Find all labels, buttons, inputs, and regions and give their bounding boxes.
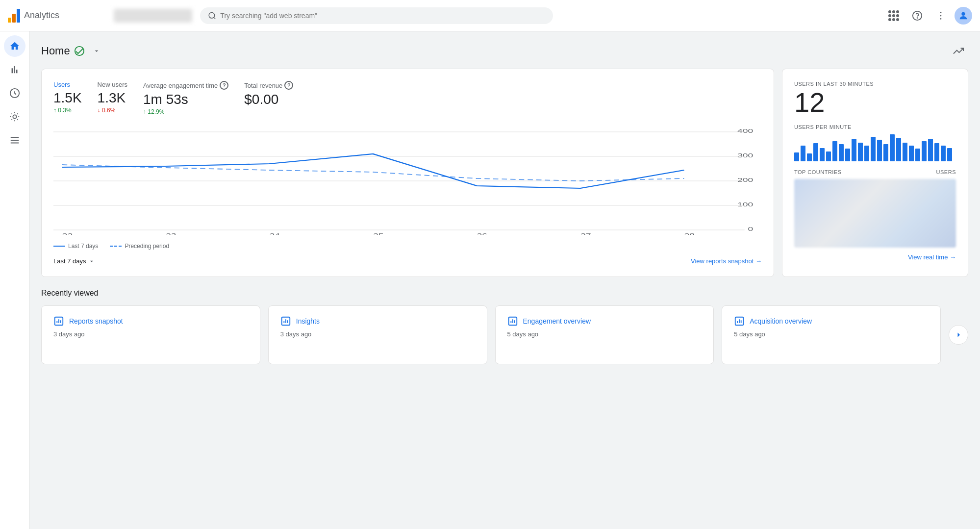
realtime-bar [928, 139, 933, 161]
avatar[interactable] [955, 7, 972, 25]
search-bar[interactable] [200, 7, 553, 24]
sidebar-item-home[interactable] [4, 35, 25, 57]
top-countries-label: TOP COUNTRIES [794, 169, 842, 175]
trend-button[interactable] [949, 41, 968, 61]
new-users-label: New users [98, 81, 127, 88]
trending-icon [953, 46, 964, 56]
recent-card-header-3: Acquisition overview [734, 316, 929, 327]
logo-icon [8, 9, 20, 23]
stat-new-users: New users 1.3K ↓ 0.6% [98, 81, 127, 115]
next-button[interactable] [949, 325, 968, 345]
recent-card-time-0: 3 days ago [53, 330, 248, 338]
recent-card-title-3: Acquisition overview [750, 317, 812, 325]
main-chart: 400 300 200 100 0 22 [53, 127, 762, 235]
svg-text:28: 28 [684, 232, 695, 235]
search-icon [208, 11, 216, 20]
svg-point-5 [940, 18, 942, 20]
recent-card-3[interactable]: Acquisition overview 5 days ago [722, 305, 941, 364]
logo-bar-2 [12, 14, 16, 23]
svg-text:200: 200 [737, 177, 754, 183]
sidebar [0, 31, 29, 529]
svg-text:27: 27 [580, 232, 591, 235]
main-content: Home Users [29, 31, 980, 529]
new-users-change: ↓ 0.6% [98, 107, 127, 114]
realtime-count: 12 [794, 89, 956, 116]
apps-button[interactable] [884, 6, 904, 25]
users-label: Users [53, 81, 82, 88]
app-title: Analytics [24, 10, 59, 21]
revenue-info-icon[interactable]: ? [284, 81, 293, 90]
header-actions [949, 41, 968, 61]
help-button[interactable] [907, 6, 927, 25]
recent-card-title-2: Engagement overview [523, 317, 591, 325]
svg-point-3 [940, 12, 942, 13]
realtime-bar [858, 143, 863, 162]
logo-bar-1 [8, 18, 11, 23]
realtime-bar [813, 143, 818, 161]
more-vert-icon [935, 10, 946, 21]
svg-text:25: 25 [373, 232, 384, 235]
sidebar-item-explore[interactable] [4, 82, 25, 104]
recently-viewed-cards: Reports snapshot 3 days ago Insights 3 d… [41, 305, 968, 364]
recently-viewed-title: Recently viewed [41, 289, 968, 298]
recent-card-time-3: 5 days ago [734, 330, 929, 338]
users-change: ↑ 0.3% [53, 107, 82, 114]
svg-point-0 [209, 12, 215, 18]
list-icon [9, 135, 20, 146]
realtime-bar [832, 141, 837, 161]
users-value: 1.5K [53, 90, 82, 106]
bar-chart-icon [9, 64, 20, 75]
home-dropdown-button[interactable] [89, 43, 104, 59]
recent-card-2[interactable]: Engagement overview 5 days ago [495, 305, 714, 364]
recent-card-0[interactable]: Reports snapshot 3 days ago [41, 305, 260, 364]
countries-map [794, 179, 956, 248]
recent-card-header-1: Insights [280, 316, 475, 327]
sidebar-item-advertising[interactable] [4, 106, 25, 127]
realtime-bar [877, 140, 882, 161]
svg-text:26: 26 [477, 232, 487, 235]
svg-point-8 [13, 115, 16, 118]
legend-solid: Last 7 days [53, 243, 98, 250]
realtime-bar [934, 143, 939, 161]
cards-row: Users 1.5K ↑ 0.3% New users 1.3K ↓ 0.6% … [41, 69, 968, 277]
svg-text:24: 24 [270, 232, 280, 235]
svg-text:300: 300 [737, 152, 754, 158]
topbar: Analytics [0, 0, 980, 31]
recent-card-icon-0 [53, 316, 64, 327]
svg-text:23: 23 [166, 232, 176, 235]
svg-point-4 [940, 15, 942, 16]
view-realtime-link[interactable]: View real time → [908, 253, 956, 261]
search-input[interactable] [220, 12, 545, 20]
realtime-bar [922, 141, 927, 161]
explore-icon [9, 88, 20, 99]
recent-card-icon-2 [507, 316, 518, 327]
svg-text:400: 400 [737, 128, 754, 134]
sidebar-item-configure[interactable] [4, 129, 25, 151]
realtime-bar [864, 146, 869, 161]
realtime-bar [871, 137, 876, 161]
recent-card-1[interactable]: Insights 3 days ago [268, 305, 487, 364]
account-selector[interactable] [114, 9, 192, 23]
stat-users: Users 1.5K ↑ 0.3% [53, 81, 82, 115]
realtime-bar [896, 138, 901, 161]
more-button[interactable] [931, 6, 951, 25]
realtime-bar [845, 149, 850, 161]
engagement-label: Average engagement time ? [143, 81, 228, 90]
engagement-info-icon[interactable]: ? [220, 81, 228, 90]
sidebar-item-reports[interactable] [4, 59, 25, 80]
realtime-bar [941, 146, 946, 161]
legend-dashed-line [110, 246, 122, 247]
period-selector[interactable]: Last 7 days [53, 257, 95, 265]
realtime-per-minute-label: USERS PER MINUTE [794, 124, 956, 130]
chart-legend: Last 7 days Preceding period [53, 243, 762, 250]
realtime-bar [820, 148, 825, 162]
view-reports-link[interactable]: View reports snapshot → [691, 257, 762, 265]
line-chart-svg: 400 300 200 100 0 22 [53, 127, 762, 235]
realtime-bar [909, 146, 914, 161]
logo-bar-3 [17, 9, 20, 23]
recent-card-header-0: Reports snapshot [53, 316, 248, 327]
svg-text:0: 0 [748, 226, 754, 232]
period-dropdown-icon [88, 258, 95, 265]
legend-dashed-label: Preceding period [125, 243, 169, 250]
new-users-value: 1.3K [98, 90, 127, 106]
